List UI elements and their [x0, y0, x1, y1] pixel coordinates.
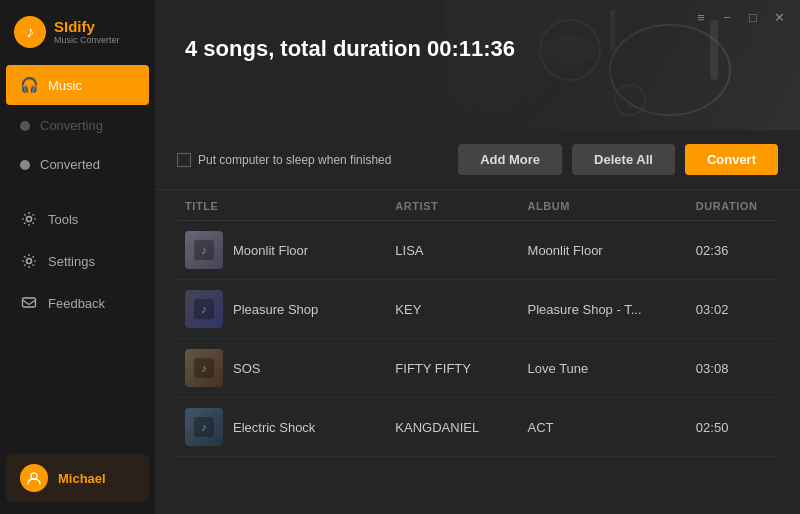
sidebar-label-tools: Tools — [48, 212, 78, 227]
song-duration-cell: 02:36 — [688, 221, 778, 280]
svg-point-0 — [27, 217, 32, 222]
sidebar-label-converted: Converted — [40, 157, 100, 172]
user-name: Michael — [58, 471, 106, 486]
feedback-icon — [20, 294, 38, 312]
song-album-cell: Pleasure Shop - T... — [520, 280, 688, 339]
sleep-option: Put computer to sleep when finished — [177, 153, 448, 167]
converting-icon — [20, 121, 30, 131]
user-profile[interactable]: Michael — [6, 454, 149, 502]
main-content: ≡ − □ ✕ 4 songs, total duration 00:11:36 — [155, 0, 800, 514]
sidebar-item-converted[interactable]: Converted — [6, 146, 149, 183]
app-subtitle: Music Converter — [54, 35, 120, 45]
col-header-artist: ARTIST — [387, 190, 519, 221]
songs-tbody: ♪ Moonlit Floor LISA Moonlit Floor 02:36… — [177, 221, 778, 457]
converted-icon — [20, 160, 30, 170]
sidebar-item-feedback[interactable]: Feedback — [6, 283, 149, 323]
song-artist-cell: LISA — [387, 221, 519, 280]
sidebar: ♪ SIdify Music Converter 🎧 Music Convert… — [0, 0, 155, 514]
tools-icon — [20, 210, 38, 228]
table-header: TITLE ARTIST ALBUM DURATION — [177, 190, 778, 221]
song-duration-cell: 02:50 — [688, 398, 778, 457]
col-header-duration: DURATION — [688, 190, 778, 221]
song-album-cell: Moonlit Floor — [520, 221, 688, 280]
song-duration-cell: 03:08 — [688, 339, 778, 398]
sidebar-label-settings: Settings — [48, 254, 95, 269]
song-duration-cell: 03:02 — [688, 280, 778, 339]
table-row[interactable]: ♪ Pleasure Shop KEY Pleasure Shop - T...… — [177, 280, 778, 339]
sidebar-nav: 🎧 Music Converting Converted Tools — [0, 64, 155, 324]
svg-text:♪: ♪ — [201, 362, 207, 374]
song-title-cell: ♪ Pleasure Shop — [177, 280, 387, 339]
table-row[interactable]: ♪ SOS FIFTY FIFTY Love Tune 03:08 — [177, 339, 778, 398]
song-title-text: Moonlit Floor — [233, 243, 308, 258]
menu-button[interactable]: ≡ — [694, 10, 708, 24]
nav-gap — [0, 184, 155, 198]
svg-text:♪: ♪ — [201, 421, 207, 433]
app-window: ♪ SIdify Music Converter 🎧 Music Convert… — [0, 0, 800, 514]
delete-all-button[interactable]: Delete All — [572, 144, 675, 175]
sidebar-label-music: Music — [48, 78, 82, 93]
svg-point-3 — [31, 473, 37, 479]
convert-button[interactable]: Convert — [685, 144, 778, 175]
sidebar-item-settings[interactable]: Settings — [6, 241, 149, 281]
minimize-button[interactable]: − — [720, 10, 734, 24]
song-thumbnail: ♪ — [185, 231, 223, 269]
app-title: SIdify — [54, 19, 120, 36]
user-avatar-icon — [20, 464, 48, 492]
close-button[interactable]: ✕ — [772, 10, 786, 24]
song-title-cell: ♪ Moonlit Floor — [177, 221, 387, 280]
song-title-text: Pleasure Shop — [233, 302, 318, 317]
col-header-title: TITLE — [177, 190, 387, 221]
song-title-text: SOS — [233, 361, 260, 376]
titlebar: ≡ − □ ✕ — [680, 0, 800, 34]
song-title-cell: ♪ SOS — [177, 339, 387, 398]
songs-table-area: TITLE ARTIST ALBUM DURATION ♪ Moonlit Fl… — [155, 190, 800, 514]
sidebar-item-tools[interactable]: Tools — [6, 199, 149, 239]
sidebar-label-converting: Converting — [40, 118, 103, 133]
maximize-button[interactable]: □ — [746, 10, 760, 24]
songs-table: TITLE ARTIST ALBUM DURATION ♪ Moonlit Fl… — [177, 190, 778, 457]
song-thumbnail: ♪ — [185, 408, 223, 446]
sidebar-bottom: Michael — [0, 442, 155, 514]
song-artist-cell: KEY — [387, 280, 519, 339]
song-title-cell: ♪ Electric Shock — [177, 398, 387, 457]
add-more-button[interactable]: Add More — [458, 144, 562, 175]
song-thumbnail: ♪ — [185, 290, 223, 328]
song-artist-cell: KANGDANIEL — [387, 398, 519, 457]
svg-rect-2 — [23, 298, 36, 307]
settings-icon — [20, 252, 38, 270]
col-header-album: ALBUM — [520, 190, 688, 221]
song-title-text: Electric Shock — [233, 420, 315, 435]
svg-text:♪: ♪ — [201, 244, 207, 256]
song-thumbnail: ♪ — [185, 349, 223, 387]
sidebar-label-feedback: Feedback — [48, 296, 105, 311]
app-logo: ♪ SIdify Music Converter — [0, 0, 155, 60]
sidebar-item-converting: Converting — [6, 107, 149, 144]
table-row[interactable]: ♪ Electric Shock KANGDANIEL ACT 02:50 — [177, 398, 778, 457]
toolbar: Put computer to sleep when finished Add … — [155, 130, 800, 190]
song-album-cell: Love Tune — [520, 339, 688, 398]
svg-point-1 — [27, 259, 32, 264]
song-artist-cell: FIFTY FIFTY — [387, 339, 519, 398]
sleep-label: Put computer to sleep when finished — [198, 153, 391, 167]
song-album-cell: ACT — [520, 398, 688, 457]
headphones-icon: 🎧 — [20, 76, 38, 94]
sidebar-item-music[interactable]: 🎧 Music — [6, 65, 149, 105]
svg-text:♪: ♪ — [201, 303, 207, 315]
logo-icon: ♪ — [14, 16, 46, 48]
sleep-checkbox[interactable] — [177, 153, 191, 167]
table-row[interactable]: ♪ Moonlit Floor LISA Moonlit Floor 02:36 — [177, 221, 778, 280]
